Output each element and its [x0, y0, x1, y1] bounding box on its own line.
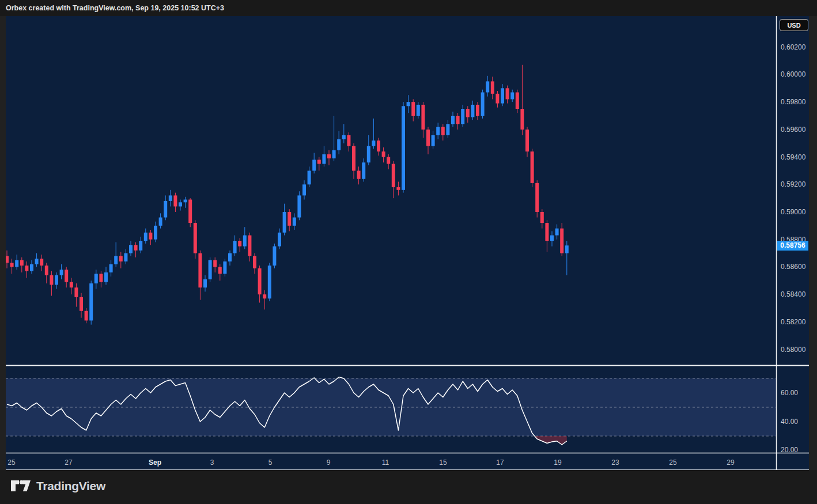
currency-button[interactable]: USD: [780, 19, 808, 31]
time-tick-label: 5: [268, 458, 273, 467]
candle-body: [179, 202, 182, 206]
candle-body: [362, 162, 365, 179]
candle-body: [516, 92, 519, 109]
candle-body: [154, 226, 157, 240]
time-tick-label: 25: [7, 458, 16, 467]
candle-body: [432, 135, 435, 146]
chart-caption: Orbex created with TradingView.com, Sep …: [0, 0, 817, 16]
price-tick-label: 0.58600: [781, 263, 806, 271]
candle-body: [25, 266, 28, 271]
candle-body: [297, 195, 301, 217]
candle-body: [372, 141, 375, 146]
candle-body: [550, 236, 554, 241]
candle-body: [139, 241, 142, 251]
candle-body: [119, 256, 123, 262]
time-tick-label: 19: [554, 458, 562, 467]
time-tick-label: 27: [65, 458, 73, 467]
candle-body: [209, 260, 212, 279]
candle-body: [525, 130, 529, 151]
candle-body: [293, 218, 296, 226]
candle-body: [332, 150, 336, 158]
candle-body: [342, 135, 346, 139]
candle-body: [387, 157, 390, 164]
candle-body: [30, 264, 33, 271]
candle-body: [441, 127, 445, 135]
price-tick-label: 0.60000: [781, 70, 806, 78]
candle-body: [352, 146, 355, 170]
candle-body: [273, 247, 276, 266]
candle-body: [124, 253, 127, 262]
candle-body: [446, 124, 449, 135]
candle-body: [510, 92, 514, 99]
time-tick-label: 17: [496, 458, 504, 467]
chart-canvas[interactable]: 0.602000.600000.598000.596000.594000.592…: [6, 16, 809, 470]
candle-body: [288, 212, 291, 226]
candle-body: [382, 151, 385, 157]
candle-body: [540, 212, 544, 223]
candle-body: [35, 259, 39, 264]
time-tick-label: 25: [669, 458, 677, 467]
candle-body: [461, 109, 464, 124]
time-tick-label: 3: [210, 458, 214, 467]
candle-body: [317, 160, 321, 164]
candle-body: [402, 106, 405, 190]
rsi-tick-label: 40.00: [781, 418, 798, 426]
candle-body: [337, 139, 341, 150]
time-tick-label: 11: [382, 458, 389, 467]
candle-body: [347, 135, 350, 146]
candle-body: [302, 184, 306, 195]
time-tick-label: 15: [439, 458, 447, 467]
price-tick-label: 0.59400: [781, 153, 806, 161]
candle-body: [421, 105, 425, 130]
candle-body: [198, 253, 202, 288]
rsi-tick-label: 20.00: [781, 446, 798, 454]
candle-body: [411, 102, 415, 116]
candle-body: [20, 260, 24, 266]
tradingview-logo[interactable]: TradingView: [10, 478, 105, 494]
candle-body: [520, 109, 524, 130]
price-tick-label: 0.59200: [781, 180, 806, 188]
time-tick-label: 23: [611, 458, 619, 467]
candle-body: [238, 241, 241, 247]
candle-body: [169, 195, 172, 201]
candle-body: [243, 236, 247, 247]
candle-body: [50, 275, 53, 285]
candle-body: [278, 233, 281, 247]
candle-body: [496, 94, 499, 104]
time-tick-label: 29: [727, 458, 735, 467]
candle-body: [436, 127, 440, 135]
price-tick-label: 0.59800: [781, 98, 806, 106]
candle-body: [134, 245, 138, 251]
candle-body: [258, 268, 262, 294]
candle-body: [531, 151, 534, 183]
candle-body: [184, 200, 187, 203]
candle-body: [466, 109, 470, 117]
rsi-tick-label: 60.00: [781, 389, 798, 397]
tradingview-logo-icon: [10, 478, 31, 494]
candle-body: [45, 266, 48, 275]
footer-bar: TradingView: [0, 470, 817, 504]
candle-body: [173, 195, 177, 206]
candle-body: [60, 270, 63, 275]
candle-body: [233, 241, 237, 253]
candle-body: [506, 88, 509, 99]
candle-body: [129, 245, 133, 253]
candle-body: [94, 274, 98, 283]
candle-body: [451, 116, 455, 124]
candle-body: [392, 164, 395, 187]
candle-body: [99, 274, 103, 282]
time-tick-label: 9: [327, 458, 331, 467]
candle-body: [65, 270, 68, 282]
candle-body: [114, 256, 118, 264]
candle-body: [74, 287, 78, 297]
candle-body: [367, 146, 370, 162]
candlestick-chart[interactable]: 0.602000.600000.598000.596000.594000.592…: [6, 16, 809, 470]
candle-body: [104, 272, 108, 282]
price-tick-label: 0.58200: [781, 318, 806, 326]
candle-body: [471, 105, 474, 117]
candle-body: [308, 170, 311, 184]
last-price-badge: 0.58756: [777, 241, 808, 251]
candle-body: [213, 260, 217, 267]
candle-body: [283, 212, 286, 233]
candle-body: [481, 92, 485, 116]
